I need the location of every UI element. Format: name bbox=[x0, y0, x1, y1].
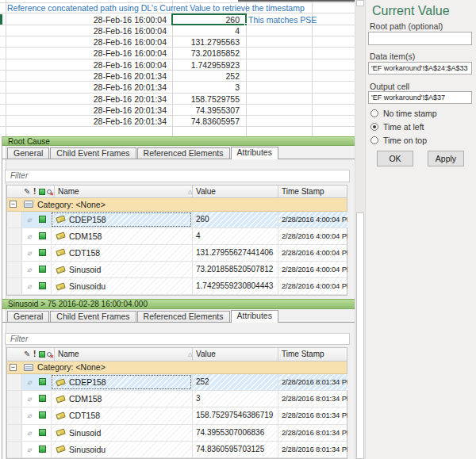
cell-timestamp[interactable]: 28-Feb-16 20:01:34 bbox=[6, 71, 169, 82]
cell-timestamp[interactable]: 28-Feb-16 16:00:04 bbox=[6, 25, 169, 36]
attribute-time-cell[interactable]: 2/28/2016 4:00:04 PM bbox=[278, 262, 347, 277]
ok-button[interactable]: OK bbox=[377, 151, 413, 166]
data-items-input[interactable] bbox=[368, 62, 472, 75]
category-row[interactable]: − Category: <None> bbox=[7, 198, 347, 212]
attribute-name-cell[interactable]: CDEP158 bbox=[51, 374, 192, 390]
attribute-value-cell[interactable]: 131.27955627441406 bbox=[192, 245, 278, 261]
attribute-name-cell[interactable]: Sinusoid bbox=[51, 262, 192, 277]
sheet-row[interactable]: 28-Feb-16 16:00:04 131.2795563 bbox=[0, 36, 355, 48]
cell-timestamp[interactable]: 28-Feb-16 16:00:04 bbox=[6, 59, 169, 71]
collapse-icon[interactable]: − bbox=[10, 364, 17, 371]
row-selector[interactable] bbox=[7, 228, 22, 244]
row-selector[interactable] bbox=[7, 407, 22, 423]
attribute-row[interactable]: ⌀ Sinusoidu 74.8360595703125 2/28/2016 8… bbox=[7, 442, 347, 458]
radio-0[interactable]: No time stamp bbox=[370, 109, 437, 118]
cell-timestamp[interactable]: 28-Feb-16 16:00:04 bbox=[6, 14, 169, 25]
attribute-value-cell[interactable]: 158.75297546386719 bbox=[192, 407, 278, 423]
sheet-row[interactable]: 28-Feb-16 20:01:34 158.7529755 bbox=[0, 94, 355, 105]
tab-referenced-elements[interactable]: Referenced Elements bbox=[137, 147, 230, 159]
tab-attributes[interactable]: Attributes bbox=[231, 147, 278, 159]
attribute-name-cell[interactable]: Sinusoidu bbox=[51, 442, 192, 457]
output-cell-input[interactable] bbox=[368, 91, 472, 104]
root-path-input[interactable] bbox=[368, 32, 472, 45]
attribute-value-cell[interactable]: 3 bbox=[192, 391, 278, 407]
cell-timestamp[interactable]: 28-Feb-16 16:00:04 bbox=[6, 48, 169, 59]
cell-value[interactable]: 131.2795563 bbox=[172, 36, 243, 48]
attribute-row[interactable]: ⌀ CDT158 131.27955627441406 2/28/2016 4:… bbox=[7, 245, 347, 262]
tab-child-event-frames[interactable]: Child Event Frames bbox=[50, 311, 136, 322]
attribute-time-cell[interactable]: 2/28/2016 8:01:34 PM bbox=[278, 407, 347, 423]
attribute-name-cell[interactable]: CDM158 bbox=[51, 228, 192, 244]
attribute-value-cell[interactable]: 74.8360595703125 bbox=[192, 442, 278, 457]
column-header-time[interactable]: Time Stamp bbox=[278, 186, 347, 198]
row-selector[interactable] bbox=[7, 391, 22, 407]
attribute-time-cell[interactable]: 2/28/2016 8:01:34 PM bbox=[278, 374, 347, 390]
scrollbar-top-button[interactable] bbox=[356, 0, 364, 6]
attribute-name-cell[interactable]: CDM158 bbox=[51, 391, 192, 407]
sheet-row[interactable]: 28-Feb-16 16:00:04 4 bbox=[0, 25, 355, 36]
tab-general[interactable]: General bbox=[7, 147, 49, 159]
attribute-time-cell[interactable]: 2/28/2016 8:01:34 PM bbox=[278, 425, 347, 441]
row-selector[interactable] bbox=[7, 374, 22, 390]
cell-value[interactable]: 74.83605957 bbox=[172, 116, 243, 127]
attribute-name-cell[interactable]: CDT158 bbox=[51, 245, 192, 261]
filter-input[interactable]: Filter bbox=[5, 170, 350, 182]
radio-2[interactable]: Time on top bbox=[370, 136, 427, 145]
scrollbar-thumb[interactable] bbox=[356, 212, 364, 459]
sheet-row[interactable]: 28-Feb-16 20:01:34 252 bbox=[0, 71, 355, 82]
column-header-name[interactable]: Name bbox=[54, 186, 192, 198]
cell-value[interactable]: 4 bbox=[172, 25, 243, 36]
cell-timestamp[interactable]: 28-Feb-16 20:01:34 bbox=[6, 116, 169, 127]
column-header-time[interactable]: Time Stamp bbox=[278, 348, 347, 361]
sheet-row[interactable]: 28-Feb-16 20:01:34 74.3955307 bbox=[0, 105, 355, 116]
column-header-value[interactable]: Value bbox=[192, 348, 278, 361]
row-selector[interactable] bbox=[7, 442, 22, 457]
sheet-row[interactable]: 28-Feb-16 20:01:34 74.83605957 bbox=[0, 116, 355, 127]
selected-cell[interactable] bbox=[171, 13, 247, 26]
filter-input[interactable]: Filter bbox=[5, 333, 350, 346]
attribute-row[interactable]: ⌀ CDM158 3 2/28/2016 8:01:34 PM bbox=[7, 391, 347, 407]
radio-1[interactable]: Time at left bbox=[370, 122, 424, 132]
collapse-icon[interactable]: − bbox=[10, 201, 17, 208]
column-header-value[interactable]: Value bbox=[192, 186, 278, 198]
attribute-time-cell[interactable]: 2/28/2016 4:00:04 PM bbox=[278, 212, 347, 228]
cell-value[interactable]: 3 bbox=[172, 82, 243, 93]
cell-value[interactable]: 73.20185852 bbox=[172, 48, 243, 59]
sheet-note-row[interactable]: Reference concatenated path using DL's C… bbox=[0, 2, 355, 13]
attribute-time-cell[interactable]: 2/28/2016 8:01:34 PM bbox=[278, 442, 347, 457]
row-selector[interactable] bbox=[7, 278, 22, 294]
attribute-value-cell[interactable]: 73.201858520507812 bbox=[192, 262, 278, 277]
cell-value[interactable]: 158.7529755 bbox=[172, 94, 243, 105]
attribute-row[interactable]: ⌀ Sinusoidu 1.7429559230804443 2/28/2016… bbox=[7, 278, 347, 295]
attribute-time-cell[interactable]: 2/28/2016 4:00:04 PM bbox=[278, 245, 347, 261]
fill-handle[interactable] bbox=[244, 23, 248, 26]
sheet-row[interactable]: 28-Feb-16 20:01:34 3 bbox=[0, 82, 355, 93]
attribute-row[interactable]: ⌀ CDEP158 260 2/28/2016 4:00:04 PM bbox=[7, 212, 347, 228]
apply-button[interactable]: Apply bbox=[428, 151, 464, 166]
tab-referenced-elements[interactable]: Referenced Elements bbox=[137, 311, 230, 322]
attribute-time-cell[interactable]: 2/28/2016 4:00:04 PM bbox=[278, 278, 347, 294]
row-selector[interactable] bbox=[7, 262, 22, 277]
cell-timestamp[interactable]: 28-Feb-16 20:01:34 bbox=[6, 105, 169, 116]
cell-timestamp[interactable]: 28-Feb-16 20:01:34 bbox=[6, 82, 169, 93]
attribute-name-cell[interactable]: Sinusoidu bbox=[51, 278, 192, 294]
attribute-name-cell[interactable]: Sinusoid bbox=[51, 425, 192, 441]
row-selector[interactable] bbox=[7, 425, 22, 441]
cell-timestamp[interactable]: 28-Feb-16 20:01:34 bbox=[6, 94, 169, 105]
attribute-row[interactable]: ⌀ CDT158 158.75297546386719 2/28/2016 8:… bbox=[7, 407, 347, 424]
cell-timestamp[interactable]: 28-Feb-16 16:00:04 bbox=[6, 36, 169, 48]
cell-value[interactable]: 1.742955923 bbox=[172, 59, 243, 71]
attribute-row[interactable]: ⌀ Sinusoid 73.201858520507812 2/28/2016 … bbox=[7, 262, 347, 278]
cell-value[interactable]: 74.3955307 bbox=[172, 105, 243, 116]
attribute-value-cell[interactable]: 260 bbox=[192, 212, 278, 228]
tab-attributes[interactable]: Attributes bbox=[231, 310, 278, 323]
attribute-value-cell[interactable]: 252 bbox=[192, 374, 278, 390]
attribute-value-cell[interactable]: 4 bbox=[192, 228, 278, 244]
attribute-value-cell[interactable]: 74.3955307006836 bbox=[192, 425, 278, 441]
column-header-name[interactable]: Name bbox=[54, 348, 192, 361]
row-selector[interactable] bbox=[7, 212, 22, 228]
attribute-name-cell[interactable]: CDT158 bbox=[51, 407, 192, 423]
attribute-value-cell[interactable]: 1.7429559230804443 bbox=[192, 278, 278, 294]
attribute-time-cell[interactable]: 2/28/2016 8:01:34 PM bbox=[278, 391, 347, 407]
sheet-row[interactable]: 28-Feb-16 16:00:04 73.20185852 bbox=[0, 48, 355, 59]
